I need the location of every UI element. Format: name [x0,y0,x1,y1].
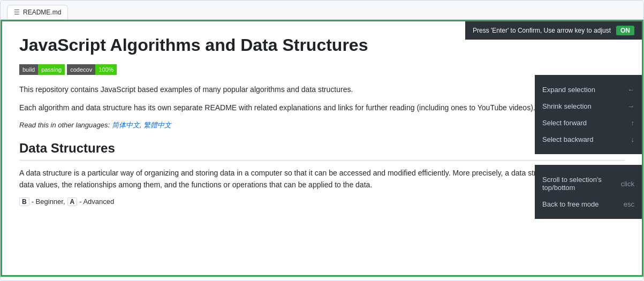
menu-item-free-mode[interactable]: Back to free mode esc [535,196,642,212]
readme-panel: Press 'Enter' to Confirm, Use arrow key … [1,20,643,277]
context-menu-scroll: Scroll to selection's top/bottom click B… [535,165,642,219]
readme-tab[interactable]: ☰ README.md [7,5,68,19]
shortcut-backward: ↓ [631,135,635,143]
codecov-badge: codecov 100% [67,64,117,75]
shortcut-expand: ← [627,86,634,94]
build-value: passing [38,64,65,75]
description-1: This repository contains JavaScript base… [19,83,625,95]
content-area: Press 'Enter' to Confirm, Use arrow key … [1,20,643,277]
menu-label-forward: Select forward [542,119,587,127]
codecov-label: codecov [67,64,95,75]
notify-text: Press 'Enter' to Confirm, Use arrow key … [473,27,611,34]
menu-label-shrink: Shrink selection [542,102,592,110]
advanced-badge: A [67,198,78,206]
menu-item-scroll-top-bottom[interactable]: Scroll to selection's top/bottom click [535,171,642,196]
shortcut-scroll: click [621,180,634,188]
beginner-text: - Beginner, [32,198,65,206]
tab-bar: ☰ README.md [1,1,643,20]
build-label: build [19,64,38,75]
menu-item-expand[interactable]: Expand selection ← [535,81,642,98]
notify-bar: Press 'Enter' to Confirm, Use arrow key … [465,21,642,40]
menu-label-free-mode: Back to free mode [542,200,599,208]
menu-item-select-forward[interactable]: Select forward ↑ [535,115,642,131]
legend-row: B - Beginner, A - Advanced [19,198,625,206]
on-badge[interactable]: ON [616,26,634,35]
description-2: Each algorithm and data structure has it… [19,102,625,113]
window: ☰ README.md Press 'Enter' to Confirm, Us… [0,0,644,281]
menu-item-select-backward[interactable]: Select backward ↓ [535,131,642,148]
badges-row: build passing codecov 100% [19,64,625,75]
context-menu-selection: Expand selection ← Shrink selection → Se… [535,75,642,154]
shortcut-shrink: → [627,102,634,110]
build-badge: build passing [19,64,65,75]
menu-label-expand: Expand selection [542,86,595,94]
menu-label-scroll: Scroll to selection's top/bottom [542,176,621,192]
section-title: Data Structures [19,141,625,161]
beginner-badge: B [19,198,29,206]
link-simplified-chinese[interactable]: 简体中文 [112,121,140,129]
file-icon: ☰ [14,9,20,16]
link-traditional-chinese[interactable]: 繁體中文 [143,121,171,129]
codecov-value: 100% [95,64,117,75]
shortcut-forward: ↑ [631,119,635,127]
read-other-prefix: Read this in other languages: [19,121,110,129]
section-desc: A data structure is a particular way of … [19,167,625,191]
menu-label-backward: Select backward [542,135,593,143]
menu-item-shrink[interactable]: Shrink selection → [535,98,642,115]
read-other: Read this in other languages: 简体中文, 繁體中文 [19,120,625,130]
tab-label: README.md [23,9,61,16]
shortcut-free-mode: esc [624,200,634,208]
advanced-text: - Advanced [79,198,114,206]
